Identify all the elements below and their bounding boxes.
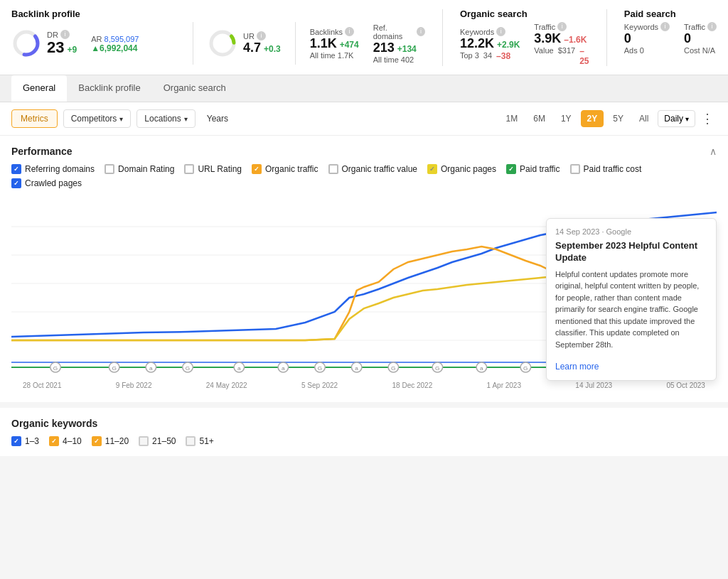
paid-keywords-value: 0 xyxy=(624,31,631,46)
ref-domains-label: Ref. domains i xyxy=(373,23,425,40)
tooltip-date: 14 Sep 2023 · Google xyxy=(555,227,707,236)
svg-text:G: G xyxy=(318,365,322,372)
kw-cb-11-20: ✓ xyxy=(92,436,102,446)
period-5y[interactable]: 5Y xyxy=(606,110,630,127)
ref-domains-metric: Ref. domains i 213 +134 All time 402 xyxy=(373,23,425,64)
kw-range-1-3[interactable]: ✓ 1–3 xyxy=(11,436,39,446)
tooltip-learn-more-link[interactable]: Learn more xyxy=(555,362,599,372)
ur-info-icon[interactable]: i xyxy=(257,31,266,40)
cb-url-rating-box xyxy=(184,164,194,174)
organic-keywords-title: Organic keywords xyxy=(11,418,717,429)
tab-general[interactable]: General xyxy=(11,75,67,102)
date-label-7: 05 Oct 2023 xyxy=(666,382,705,389)
paid-metrics-row: Keywords i 0 Ads 0 Traffic i 0 Cost N/A xyxy=(624,22,717,55)
period-6m[interactable]: 6M xyxy=(527,110,552,127)
ur-donut-chart xyxy=(208,28,237,58)
kw-range-51plus[interactable]: 51+ xyxy=(186,436,213,446)
top3-value: 34 xyxy=(483,51,492,61)
org-keywords-metric: Keywords i 12.2K +2.9K Top 3 34 –38 xyxy=(460,27,520,61)
kw-cb-4-10: ✓ xyxy=(49,436,59,446)
svg-text:G: G xyxy=(391,365,395,372)
cb-organic-pages-box: ✓ xyxy=(427,164,437,174)
org-keywords-info[interactable]: i xyxy=(496,27,505,36)
ur-value: 4.7 xyxy=(243,40,261,55)
checkboxes-row-1: ✓ Referring domains Domain Rating URL Ra… xyxy=(11,164,717,174)
dr-delta: +9 xyxy=(67,45,77,55)
cb-paid-traffic-cost[interactable]: Paid traffic cost xyxy=(570,164,642,174)
collapse-icon[interactable]: ∧ xyxy=(710,146,717,157)
dr-metric: DR i 23 +9 xyxy=(11,28,77,58)
dr-donut-chart xyxy=(11,28,41,58)
paid-keywords-metric: Keywords i 0 Ads 0 xyxy=(624,22,670,55)
paid-keywords-info[interactable]: i xyxy=(660,22,670,31)
ur-values: UR i 4.7 +0.3 xyxy=(243,31,281,55)
competitors-button[interactable]: Competitors xyxy=(63,109,132,128)
ar-delta: ▲6,992,044 xyxy=(91,43,137,53)
cb-organic-traffic-value[interactable]: Organic traffic value xyxy=(328,164,418,174)
date-label-1: 9 Feb 2022 xyxy=(116,382,152,389)
cb-paid-traffic-box: ✓ xyxy=(506,164,516,174)
kw-range-11-20[interactable]: ✓ 11–20 xyxy=(92,436,129,446)
cb-url-rating[interactable]: URL Rating xyxy=(184,164,242,174)
organic-search-title: Organic search xyxy=(460,9,589,19)
backlinks-value: 1.1K xyxy=(310,36,337,51)
toolbar: Metrics Competitors Locations Years 1M 6… xyxy=(0,102,728,136)
svg-text:a: a xyxy=(355,365,358,372)
ur-label: UR i xyxy=(243,31,266,40)
performance-section: Performance ∧ ✓ Referring domains Domain… xyxy=(0,136,728,198)
locations-button[interactable]: Locations xyxy=(136,109,195,128)
svg-text:G: G xyxy=(186,365,190,372)
tab-organic-search[interactable]: Organic search xyxy=(152,75,237,102)
org-traffic-info[interactable]: i xyxy=(557,22,567,31)
cb-domain-rating[interactable]: Domain Rating xyxy=(105,164,174,174)
svg-text:a: a xyxy=(149,365,153,372)
svg-text:G: G xyxy=(523,365,528,372)
paid-traffic-label: Traffic i xyxy=(684,22,717,31)
value-delta: –25 xyxy=(579,46,589,66)
backlinks-info-icon[interactable]: i xyxy=(345,27,354,36)
top-metrics-bar: Backlink profile DR i 23 +9 xyxy=(0,0,728,75)
ar-value-link[interactable]: 8,595,097 xyxy=(105,35,139,43)
cb-referring-domains[interactable]: ✓ Referring domains xyxy=(11,164,95,174)
cb-crawled-pages[interactable]: ✓ Crawled pages xyxy=(11,178,82,188)
granularity-button[interactable]: Daily ▾ xyxy=(658,110,695,127)
backlinks-alltime: All time 1.7K xyxy=(310,51,354,60)
cb-paid-traffic-cost-box xyxy=(570,164,580,174)
more-options-button[interactable]: ⋮ xyxy=(698,111,717,126)
ur-metric: UR i 4.7 +0.3 xyxy=(208,28,281,58)
cb-organic-pages[interactable]: ✓ Organic pages xyxy=(427,164,496,174)
yellow-check: ✓ xyxy=(429,166,435,173)
paid-search-title: Paid search xyxy=(624,9,717,19)
organic-search-section: Organic search Keywords i 12.2K +2.9K To… xyxy=(460,9,589,66)
backlink-profile-section: Backlink profile DR i 23 +9 xyxy=(11,9,425,65)
kw-range-21-50[interactable]: 21–50 xyxy=(139,436,176,446)
kw-cb-51plus xyxy=(186,436,196,446)
period-1y[interactable]: 1Y xyxy=(555,110,578,127)
kw-range-4-10[interactable]: ✓ 4–10 xyxy=(49,436,82,446)
date-label-2: 24 May 2022 xyxy=(206,382,247,389)
checkboxes-row-2: ✓ Crawled pages xyxy=(11,178,717,188)
period-2y[interactable]: 2Y xyxy=(581,110,604,127)
date-label-5: 1 Apr 2023 xyxy=(487,382,521,389)
ur-delta: +0.3 xyxy=(264,44,281,54)
top3-delta: –38 xyxy=(496,51,510,61)
paid-traffic-info[interactable]: i xyxy=(707,22,717,31)
ads-row: Ads 0 xyxy=(624,46,644,55)
ref-domains-alltime: All time 402 xyxy=(373,55,414,64)
tab-backlink-profile[interactable]: Backlink profile xyxy=(67,75,151,102)
years-button[interactable]: Years xyxy=(201,110,234,127)
org-traffic-delta: –1.6K xyxy=(564,35,587,45)
paid-traffic-value: 0 xyxy=(684,31,691,46)
cb-organic-traffic[interactable]: ✓ Organic traffic xyxy=(252,164,318,174)
period-1m[interactable]: 1M xyxy=(500,110,525,127)
top3-label: Top 3 xyxy=(460,51,479,61)
svg-text:G: G xyxy=(112,365,116,372)
org-traffic-value: 3.9K xyxy=(534,31,561,46)
ref-domains-info-icon[interactable]: i xyxy=(417,27,425,36)
period-all[interactable]: All xyxy=(633,110,655,127)
metrics-button[interactable]: Metrics xyxy=(11,109,58,128)
cb-paid-traffic[interactable]: ✓ Paid traffic xyxy=(506,164,560,174)
cb-crawled-pages-box: ✓ xyxy=(11,178,21,188)
svg-text:a: a xyxy=(480,365,483,372)
backlinks-label: Backlinks i xyxy=(310,27,354,36)
